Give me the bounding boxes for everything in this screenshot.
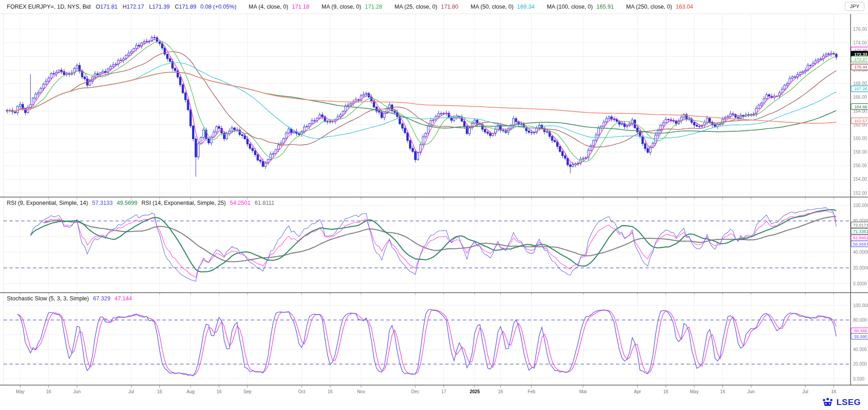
rsi14-sma25-line [43,216,836,261]
stoch-d-value: 47.144 [115,295,132,302]
stoch-label: Stochastic Slow (5, 3, 3, Simple) [7,295,89,302]
time-tick-label: Dec [411,389,420,394]
svg-text:0.0000: 0.0000 [853,281,867,286]
high-quote: H172.17 [122,4,144,10]
open-value: 171.81 [100,4,118,10]
ma9-value: 171.28 [365,4,382,10]
svg-text:20.000: 20.000 [853,362,867,367]
ma25-legend[interactable]: MA (25, close, 0)171.80 [395,4,458,10]
rsi9-value: 57.3133 [92,200,113,206]
time-tick-label: Sep [243,389,251,394]
rsi9-signal-value: 49.5699 [117,200,138,206]
stoch-k-value: 67.329 [93,295,111,302]
svg-text:156.00: 156.00 [853,163,867,168]
lseg-logo: LSEG [822,397,861,407]
svg-text:172.33: 172.33 [854,52,868,57]
svg-text:162.57: 162.57 [854,118,868,123]
low-value: 171.39 [152,4,170,10]
ma50-legend[interactable]: MA (50, close, 0)169.34 [471,4,535,10]
ma4-value: 171.18 [292,4,309,10]
time-tick-label: Jun [73,389,81,394]
close-quote: C171.89 [175,4,197,10]
time-axis: May16JunJul16Aug16SepOct16NovDec17202516… [16,385,836,394]
svg-text:60.466: 60.466 [854,328,868,333]
svg-text:176.00: 176.00 [853,27,867,32]
open-label: O [96,4,100,10]
svg-text:56.5697: 56.5697 [853,241,868,246]
time-tick-label: 16 [328,389,333,394]
rsi-panel-header[interactable]: RSI (9, Exponential, Simple, 14)57.31334… [7,200,279,206]
svg-text:40.0000: 40.0000 [853,250,868,255]
lseg-wordmark: LSEG [836,397,861,407]
stoch-k-line [18,309,836,376]
rsi2-label: RSI (14, Exponential, Simple, 25) [141,200,226,206]
high-value: 172.17 [127,4,145,10]
time-tick-label: 16 [498,389,503,394]
stochastic-panel-header[interactable]: Stochastic Slow (5, 3, 3, Simple)67.3294… [7,295,136,302]
rsi14-value: 54.2501 [230,200,251,206]
overlay-ma4 [7,39,836,165]
svg-text:168.00: 168.00 [853,81,867,86]
svg-text:71.3351: 71.3351 [853,229,868,234]
svg-text:158.00: 158.00 [853,150,867,154]
time-tick-label: Jul [802,389,808,394]
ma25-value: 171.80 [441,4,458,10]
ma250-legend[interactable]: MA (250, close, 0)163.04 [626,4,693,10]
time-tick-label: May [690,389,699,394]
svg-text:154.00: 154.00 [853,177,867,182]
svg-text:40.000: 40.000 [853,347,867,352]
open-quote: O171.81 [96,4,117,10]
currency-badge[interactable]: JPY [845,2,864,11]
svg-text:170.44: 170.44 [854,64,868,69]
time-tick-label: 16 [720,389,726,394]
overlay-ma25 [7,52,836,147]
time-tick-label: Jun [747,389,755,394]
svg-text:166.00: 166.00 [853,95,867,100]
time-tick-label: May [16,389,24,394]
overlay-ma9 [7,42,836,162]
time-tick-label: 16 [157,389,163,394]
ma50-value: 169.34 [517,4,535,10]
svg-text:172.27: 172.27 [854,57,868,62]
low-quote: L171.39 [149,4,170,10]
ma250-value: 163.04 [675,4,693,10]
time-tick-label: 16 [217,389,222,394]
rsi14-signal-value: 61.8111 [255,200,275,206]
svg-text:100.000: 100.000 [853,303,868,308]
svg-text:0.000: 0.000 [853,376,864,381]
time-tick-label: Mar [579,389,588,394]
time-tick-label: Feb [528,389,536,394]
lseg-crest-icon [822,397,834,407]
svg-text:160.00: 160.00 [853,136,867,141]
time-tick-label: Aug [187,389,195,394]
ma9-legend[interactable]: MA (9, close, 0)171.28 [322,4,382,10]
svg-text:55.990: 55.990 [854,334,868,339]
ma100-value: 165.91 [596,4,614,10]
quote-header: FOREX EURJPY=, 1D, NYS, Bid O171.81 H172… [0,0,868,14]
time-tick-label: Nov [357,389,365,394]
overlay-ma50 [7,63,836,138]
rsi-lines [30,207,836,281]
time-tick-label: Apr [634,389,641,394]
svg-text:152.00: 152.00 [853,191,867,196]
stoch-d-line [18,310,836,376]
svg-text:167.26: 167.26 [854,86,868,91]
instrument-title[interactable]: FOREX EURJPY=, 1D, NYS, Bid [7,4,91,10]
close-label: C [175,4,179,10]
chart-application: FOREX EURJPY=, 1D, NYS, Bid O171.81 H172… [0,0,868,410]
rsi1-label: RSI (9, Exponential, Simple, 14) [7,200,88,206]
ma100-legend[interactable]: MA (100, close, 0)165.91 [547,4,614,10]
time-tick-label: 16 [831,389,837,394]
net-change: 0.08 (+0.05%) [200,4,236,10]
time-tick-label: 16 [46,389,52,394]
ma-overlays [7,39,836,165]
time-tick-label: Oct [298,389,305,394]
svg-text:20.0000: 20.0000 [853,265,868,270]
rsi9-sma14-line [30,210,836,272]
time-tick-label: 17 [441,389,447,394]
overlay-ma250 [7,72,836,123]
svg-text:80.000: 80.000 [853,318,867,323]
svg-text:100.0000: 100.0000 [853,203,868,208]
ma4-legend[interactable]: MA (4, close, 0)171.18 [249,4,309,10]
candlesticks [6,34,837,176]
